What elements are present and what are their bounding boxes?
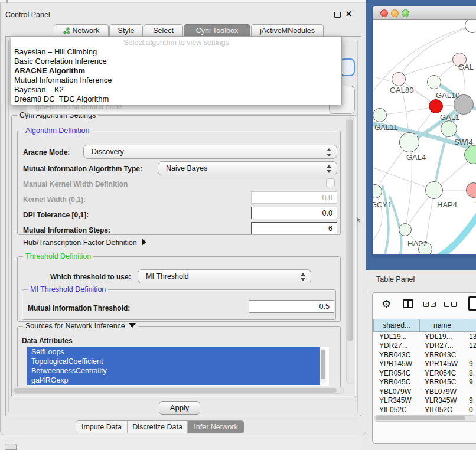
network-node[interactable] bbox=[427, 75, 441, 89]
column-header[interactable]: A bbox=[465, 319, 476, 332]
data-attributes-list[interactable]: SelfLoops TopologicalCoefficient Between… bbox=[27, 347, 329, 386]
algorithm-option-highlighted[interactable]: ARACNE Algorithm bbox=[14, 66, 85, 75]
list-item-selected[interactable]: BetweennessCentrality bbox=[27, 366, 320, 376]
table-row[interactable]: YBR043CYBR043C bbox=[373, 350, 476, 360]
tab-select[interactable]: Select bbox=[144, 24, 183, 37]
tab-label: Cyni Toolbox bbox=[196, 27, 238, 35]
settings-horizontal-scrollbar[interactable] bbox=[12, 387, 344, 394]
node-label: GAL4 bbox=[406, 153, 426, 162]
tab-jactivemnodules[interactable]: jActiveMNodules bbox=[251, 24, 324, 37]
tab-impute-data[interactable]: Impute Data bbox=[76, 421, 127, 433]
apply-button[interactable]: Apply bbox=[159, 401, 200, 415]
algorithm-option[interactable]: Mutual Information Inference bbox=[14, 76, 112, 84]
network-node[interactable] bbox=[392, 72, 406, 86]
network-canvas[interactable]: GAL GAL80 GAL10 GAL1 GAL11 GAL4 SWI4 GCY… bbox=[373, 20, 476, 254]
aracne-mode-combobox[interactable]: Discovery bbox=[83, 145, 337, 159]
network-window-titlebar[interactable] bbox=[373, 6, 476, 20]
hub-definition-toggle[interactable]: Hub/Transcription Factor Definition bbox=[23, 239, 146, 247]
checked-checkbox-icon[interactable]: ✓ bbox=[431, 302, 436, 307]
table-header-row: shared... name A bbox=[373, 319, 476, 332]
node-label: GAL1 bbox=[440, 113, 459, 122]
tab-cyni-toolbox[interactable]: Cyni Toolbox bbox=[184, 24, 250, 37]
list-vertical-scrollbar[interactable] bbox=[320, 348, 326, 384]
aracne-mode-label: Aracne Mode: bbox=[23, 148, 70, 156]
screen: GAL GAL80 GAL10 GAL1 GAL11 GAL4 SWI4 GCY… bbox=[0, 0, 476, 450]
group-title: MI Threshold Definition bbox=[28, 285, 108, 294]
tab-infer-network[interactable]: Infer Network bbox=[187, 421, 244, 433]
combobox-value: Naive Bayes bbox=[166, 164, 207, 172]
triangle-right-icon bbox=[142, 239, 146, 246]
combobox-arrows-icon bbox=[301, 272, 305, 282]
table-row[interactable]: YPR145WYPR145W9. bbox=[373, 360, 476, 369]
scrollbar-thumb[interactable] bbox=[376, 416, 465, 420]
algorithm-option[interactable]: Basic Correlation Inference bbox=[14, 57, 107, 66]
network-icon bbox=[63, 27, 70, 34]
mi-steps-label: Mutual Information Steps: bbox=[23, 226, 110, 234]
tab-discretize-data[interactable]: Discretize Data bbox=[127, 421, 187, 433]
bottom-tab-bar: Impute Data Discretize Data Infer Networ… bbox=[76, 420, 244, 433]
columns-icon[interactable] bbox=[403, 299, 413, 308]
algorithm-option[interactable]: Bayesian – Hill Climbing bbox=[14, 47, 97, 56]
close-traffic-light-button[interactable] bbox=[380, 9, 388, 17]
tab-network[interactable]: Network bbox=[54, 24, 109, 37]
network-node[interactable] bbox=[399, 223, 412, 236]
mi-threshold-label: Mutual Information Threshold: bbox=[28, 304, 130, 312]
table-row[interactable]: YDL19...YDL19...13 bbox=[373, 332, 476, 341]
checked-checkbox-icon[interactable]: ✓ bbox=[423, 302, 429, 307]
mi-threshold-field[interactable]: 0.5 bbox=[249, 300, 334, 313]
unchecked-checkbox-icon[interactable] bbox=[444, 302, 449, 307]
gear-icon[interactable]: ⚙ bbox=[382, 298, 391, 311]
network-node-selected[interactable] bbox=[429, 99, 443, 113]
unchecked-checkbox-icon[interactable] bbox=[451, 302, 457, 307]
node-label: GAL10 bbox=[436, 91, 459, 100]
close-icon[interactable]: ✕ bbox=[345, 9, 352, 18]
mi-algorithm-type-label: Mutual Information Algorithm Type: bbox=[23, 165, 142, 173]
algorithm-dropdown-popup: Select algorithm to view settings Bayesi… bbox=[11, 36, 342, 105]
network-node[interactable] bbox=[425, 181, 443, 199]
settings-vertical-scrollbar[interactable] bbox=[346, 117, 354, 384]
column-header[interactable]: shared... bbox=[373, 319, 420, 332]
list-item-selected[interactable]: gal4RGexp bbox=[27, 376, 320, 385]
algorithm-option[interactable]: Bayesian – K2 bbox=[14, 85, 64, 94]
table-horizontal-scrollbar[interactable] bbox=[374, 415, 476, 422]
algorithm-option[interactable]: Dream8 DC_TDC Algorithm bbox=[14, 94, 109, 103]
dpi-tolerance-field[interactable]: 0.0 bbox=[251, 207, 337, 219]
table-row[interactable]: YBL079WYBL079W bbox=[373, 387, 476, 396]
table-panel: Table Panel ⚙ ✓ ✓ shared... name A YDL19… bbox=[362, 270, 476, 450]
combobox-value: Discovery bbox=[92, 148, 124, 156]
manual-kernel-width-checkbox[interactable] bbox=[326, 178, 335, 187]
node-label: SWI4 bbox=[454, 138, 473, 146]
table-row[interactable]: YLR345WYLR345W9. bbox=[373, 396, 476, 406]
table-body: YDL19...YDL19...13 YDR27...YDR27...12 YB… bbox=[373, 332, 476, 415]
mi-algorithm-type-combobox[interactable]: Naive Bayes bbox=[158, 161, 337, 175]
table-row[interactable]: YDR27...YDR27...12 bbox=[373, 341, 476, 351]
document-icon[interactable] bbox=[468, 296, 476, 311]
table-row[interactable]: YER054CYER054C8. bbox=[373, 369, 476, 378]
network-node[interactable] bbox=[399, 132, 419, 152]
column-header[interactable]: name bbox=[420, 319, 465, 332]
table-row[interactable]: YIL052CYIL052C0. bbox=[373, 405, 476, 415]
zoom-traffic-light-button[interactable] bbox=[402, 9, 409, 17]
group-title: Algorithm Definition bbox=[23, 126, 92, 135]
minimize-traffic-light-button[interactable] bbox=[391, 9, 399, 17]
scrollbar-thumb[interactable] bbox=[347, 119, 353, 341]
dropdown-placeholder: Select algorithm to view settings bbox=[11, 38, 341, 47]
sources-toggle[interactable]: Sources for Network Inference bbox=[23, 322, 138, 330]
kernel-width-field[interactable]: 0.0 bbox=[251, 191, 337, 204]
group-title: Threshold Definition bbox=[23, 252, 93, 260]
manual-kernel-width-label: Manual Kernel Width Definition bbox=[23, 180, 128, 188]
scrollbar-thumb[interactable] bbox=[14, 388, 337, 393]
kernel-width-label: Kernel Width (0,1): bbox=[23, 195, 86, 204]
mi-steps-field[interactable]: 6 bbox=[251, 222, 337, 234]
table-row[interactable]: YBR045CYBR045C9. bbox=[373, 378, 476, 387]
scrollbar-thumb[interactable] bbox=[321, 350, 325, 379]
list-item-selected[interactable]: SelfLoops bbox=[27, 347, 320, 357]
network-node[interactable] bbox=[441, 120, 457, 137]
which-threshold-combobox[interactable]: MI Threshold bbox=[138, 269, 311, 283]
tab-style[interactable]: Style bbox=[109, 24, 143, 37]
dock-icon[interactable] bbox=[5, 444, 17, 450]
float-window-icon[interactable] bbox=[334, 12, 341, 18]
network-view-window[interactable]: GAL GAL80 GAL10 GAL1 GAL11 GAL4 SWI4 GCY… bbox=[371, 5, 476, 258]
list-item-selected[interactable]: TopologicalCoefficient bbox=[27, 357, 320, 366]
network-node[interactable] bbox=[373, 108, 387, 122]
